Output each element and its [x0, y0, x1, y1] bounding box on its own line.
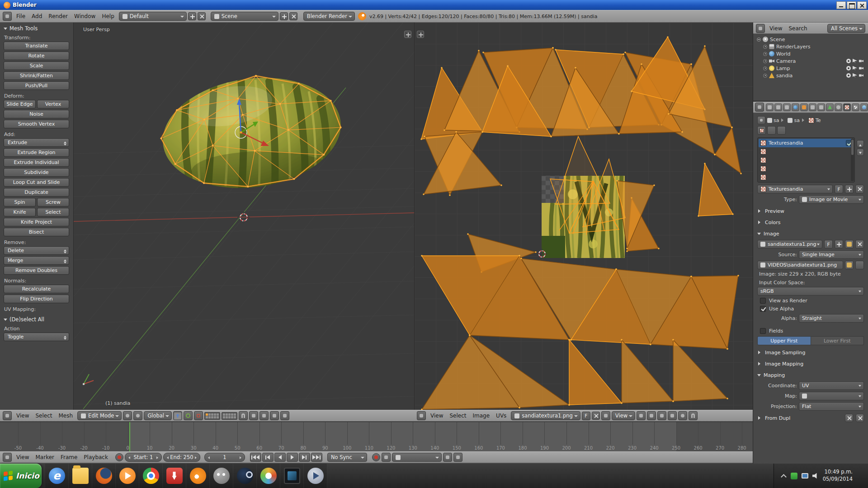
start-button[interactable]: Inicio	[0, 464, 42, 488]
scene-dropdown[interactable]: Scene	[211, 12, 278, 21]
renderable-camera-icon[interactable]	[859, 66, 863, 70]
display-tray-icon[interactable]	[802, 473, 808, 479]
tool-merge-button[interactable]: Merge	[4, 256, 69, 265]
proportional-edit-icon[interactable]	[259, 411, 269, 420]
mini-x-button[interactable]	[856, 414, 864, 422]
source-dropdown[interactable]: Single Image	[799, 250, 864, 259]
taskbar-icon-monitor[interactable]	[280, 464, 304, 488]
outliner-item-world[interactable]: World	[754, 50, 867, 57]
mesh-tools-panel-header[interactable]: Mesh Tools	[4, 25, 69, 32]
pivot-center-icon[interactable]	[133, 411, 142, 420]
uv-edge-select-icon[interactable]	[657, 411, 666, 420]
outliner-item-sandia[interactable]: sandia	[754, 72, 867, 79]
taskbar-icon-chrome[interactable]	[139, 464, 163, 488]
slot-list-scrollbar[interactable]	[851, 139, 854, 181]
menu-window[interactable]: Window	[71, 12, 99, 20]
delete-keyframe-icon[interactable]	[453, 453, 462, 462]
tool-rotate-button[interactable]: Rotate	[4, 52, 69, 60]
properties-tab-data[interactable]	[826, 103, 834, 111]
tool-select-button[interactable]: Select	[37, 208, 69, 216]
coordinate-dropdown[interactable]: UV	[799, 381, 864, 390]
outliner-item-renderlayers[interactable]: RenderLayers	[754, 43, 867, 50]
new-texture-button[interactable]	[845, 185, 854, 193]
layer-dot[interactable]	[228, 413, 231, 416]
tool-remove-doubles-button[interactable]: Remove Doubles	[4, 266, 69, 275]
volume-tray-icon[interactable]	[812, 473, 819, 479]
properties-tab-object[interactable]	[800, 103, 808, 111]
layer-dot[interactable]	[206, 416, 208, 418]
region-expand-icon[interactable]	[417, 31, 424, 38]
view-as-render-checkbox[interactable]: View as Render	[760, 298, 864, 304]
snap-magnet-icon[interactable]	[239, 411, 248, 420]
mode-dropdown[interactable]: Edit Mode	[77, 411, 122, 420]
texture-context-other-icon[interactable]	[777, 126, 786, 135]
dot-icon[interactable]	[763, 74, 767, 78]
timeline-ruler[interactable]: -50-40-30-20-100102030405060708090100110…	[0, 422, 753, 451]
menu-view[interactable]: View	[13, 412, 32, 420]
texture-name-field[interactable]: Texturesandia	[757, 185, 833, 193]
taskbar-icon-blender[interactable]	[186, 464, 210, 488]
layer-dot[interactable]	[211, 416, 213, 418]
reload-image-icon[interactable]	[855, 261, 864, 269]
editor-type-icon[interactable]	[3, 453, 12, 462]
window-titlebar[interactable]: Blender	[0, 0, 868, 10]
properties-tab-texture[interactable]	[843, 103, 851, 111]
preview-range-icon[interactable]	[115, 453, 123, 461]
breadcrumb-item-1[interactable]: sa	[788, 117, 799, 123]
delete-scene-button[interactable]	[289, 12, 297, 20]
outliner-filter-dropdown[interactable]: All Scenes	[827, 24, 865, 33]
properties-tab-render-layers[interactable]	[774, 103, 782, 111]
texture-context-material-icon[interactable]	[757, 126, 766, 135]
transform-orientation-dropdown[interactable]: Global	[144, 411, 172, 420]
texture-slot-empty[interactable]	[759, 156, 854, 164]
current-frame-line[interactable]	[129, 422, 130, 451]
texture-slot-empty[interactable]	[759, 164, 854, 173]
pin-icon[interactable]	[757, 116, 765, 124]
selectable-cursor-icon[interactable]	[853, 66, 857, 70]
color-space-dropdown[interactable]: sRGB	[757, 287, 864, 296]
display-channel-dropdown[interactable]: View	[612, 411, 635, 420]
manipulator-rotate-icon[interactable]	[184, 411, 193, 420]
maximize-button[interactable]	[847, 1, 856, 9]
delete-screen-layout-button[interactable]	[198, 12, 206, 20]
tool-spin-button[interactable]: Spin	[4, 198, 36, 206]
taskbar-icon-gimp[interactable]	[210, 464, 233, 488]
menu-search[interactable]: Search	[785, 24, 810, 33]
texture-context-world-icon[interactable]	[767, 126, 776, 135]
fake-user-button[interactable]: F	[835, 185, 843, 193]
layer-dot[interactable]	[214, 416, 216, 418]
menu-image[interactable]: Image	[470, 412, 493, 420]
fields-checkbox[interactable]: Fields	[760, 328, 864, 334]
image-mapping-panel-header[interactable]: Image Mapping	[757, 360, 864, 368]
layer-dot[interactable]	[208, 413, 211, 416]
uv-pivot-icon[interactable]	[678, 411, 687, 420]
unlink-texture-button[interactable]	[855, 185, 864, 193]
viewport-3d[interactable]: User Persp (1) sandia	[74, 23, 414, 410]
dot-icon[interactable]	[763, 52, 767, 56]
editor-type-icon[interactable]	[3, 411, 12, 420]
renderable-camera-icon[interactable]	[859, 73, 863, 78]
layer-dot[interactable]	[223, 416, 225, 418]
layer-dot[interactable]	[226, 416, 228, 418]
add-scene-button[interactable]	[280, 12, 288, 20]
taskbar-icon-kmplayer[interactable]	[304, 464, 327, 488]
menu-view[interactable]: View	[766, 24, 785, 33]
taskbar-icon-firefox[interactable]	[92, 464, 116, 488]
unlink-image-button[interactable]	[592, 412, 600, 420]
minimize-button[interactable]	[836, 1, 846, 9]
menu-select[interactable]: Select	[32, 412, 55, 420]
properties-tab-physics[interactable]	[860, 103, 868, 111]
tool-delete-button[interactable]: Delete	[4, 246, 69, 255]
layer-dot[interactable]	[231, 416, 233, 418]
tool-extrude-button[interactable]: Extrude	[4, 138, 69, 147]
image-sampling-panel-header[interactable]: Image Sampling	[757, 348, 864, 357]
image-panel-header[interactable]: Image	[757, 230, 864, 238]
tool-bisect-button[interactable]: Bisect	[4, 228, 69, 236]
preview-panel-header[interactable]: Preview	[757, 207, 864, 215]
insert-keyframe-icon[interactable]	[443, 453, 452, 462]
layer-dot[interactable]	[217, 413, 219, 416]
menu-add[interactable]: Add	[28, 12, 45, 20]
toggle-dropdown[interactable]: Toggle	[4, 333, 69, 341]
fake-user-button[interactable]: F	[824, 240, 833, 249]
layer-dot[interactable]	[231, 413, 233, 416]
